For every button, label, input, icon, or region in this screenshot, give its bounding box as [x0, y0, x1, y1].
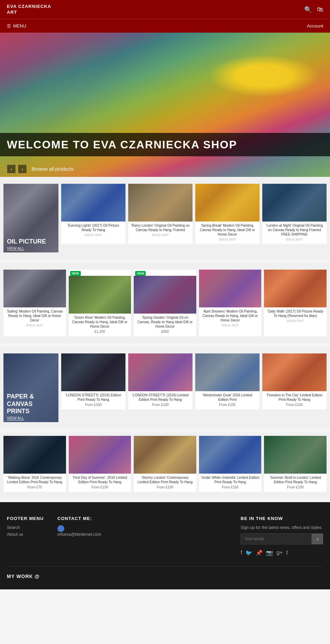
product-title: 'Westminster Dusk' 2016 Limited Edition …: [195, 391, 260, 403]
product-title: 'Spring Break' Modern Oil Painting, Canv…: [195, 222, 260, 238]
header-icons: 🔍 🛍: [304, 6, 323, 13]
product-title: 'Summer Stroll in London' Limited Editio…: [264, 474, 327, 485]
product-price: From £100: [264, 485, 327, 489]
footer-contact-title: CONTACT ME:: [57, 516, 101, 521]
product-image: [134, 436, 196, 474]
product-status: SOLD OUT: [264, 319, 327, 323]
oil-section-title: OIL PICTURE: [7, 238, 55, 246]
product-image: [134, 276, 196, 314]
product-price: From £100: [134, 485, 196, 489]
product-status: SOLD OUT: [128, 233, 192, 237]
footer-email-input[interactable]: [241, 533, 312, 544]
email-icon: [57, 525, 64, 532]
footer-newsletter-title: BE IN THE KNOW: [241, 516, 323, 521]
product-image: [264, 436, 327, 474]
product-price: From £100: [199, 485, 262, 489]
product-card[interactable]: 'Evening Lights' (2017) Oil Picture Read…: [61, 184, 125, 244]
product-card[interactable]: 'Rainy London' Original Oil Painting on …: [128, 184, 192, 244]
cart-icon[interactable]: 🛍: [317, 6, 323, 13]
site-logo[interactable]: EVA CZARNIECKA ART: [7, 4, 51, 15]
hero-next-button[interactable]: ›: [18, 165, 27, 173]
hero-prev-button[interactable]: ‹: [7, 165, 16, 173]
product-image: [3, 436, 66, 474]
product-status: SOLD OUT: [262, 238, 327, 241]
product-card[interactable]: 'London at Night' Original Oil Painting …: [262, 184, 327, 244]
menu-button[interactable]: ☰ MENU: [7, 23, 26, 29]
product-title: 'Daily Walk' (2017) Oil Picture Ready To…: [264, 307, 327, 319]
product-price: From £100: [61, 403, 125, 407]
footer-email-submit[interactable]: ›: [312, 533, 323, 544]
product-card[interactable]: 'Daily Walk' (2017) Oil Picture Ready To…: [264, 270, 327, 336]
oil-section-label: OIL PICTURE VIEW ALL: [3, 184, 58, 252]
footer-newsletter-col: BE IN THE KNOW Sign up for the latest ne…: [241, 516, 323, 556]
hero-overlay: WELCOME TO EVA CZARNIECKA SHOP: [0, 133, 330, 156]
browse-all-link[interactable]: Browse all products: [29, 165, 76, 173]
product-price: From £100: [262, 403, 327, 407]
product-title: 'LONDON STREET'S' (2016) Edition Print R…: [61, 391, 125, 403]
product-image: [264, 270, 327, 307]
footer-newsletter-subtitle: Sign up for the latest news, offers and …: [241, 525, 323, 530]
product-status: SOLD OUT: [3, 324, 66, 327]
product-image: [262, 184, 327, 222]
product-image: [69, 436, 131, 474]
product-title: 'First Day of Summer', 2016 Limited Edit…: [69, 474, 131, 485]
product-image: [199, 436, 262, 474]
social-icon[interactable]: 📷: [266, 550, 273, 556]
product-card[interactable]: 'Sailing' Modern Oil Painting, Canvas Re…: [3, 270, 66, 336]
product-card[interactable]: NEW'Green River' Modern Oil Painting, Ca…: [69, 270, 131, 336]
navbar: ☰ MENU Account: [0, 19, 330, 33]
social-icon[interactable]: 🐦: [245, 550, 252, 556]
hamburger-icon: ☰: [7, 23, 11, 29]
bottom-products-section: 'Walking Alone' 2016 Contemporary Limite…: [0, 432, 330, 499]
social-icon[interactable]: f: [241, 550, 242, 556]
product-image: [69, 276, 131, 314]
account-link[interactable]: Account: [307, 23, 323, 29]
product-price: From £100: [69, 485, 131, 489]
social-icon[interactable]: 📌: [256, 550, 263, 556]
product-title: 'Freedom in The City' Limited Edition Pr…: [262, 391, 327, 403]
social-icon[interactable]: t: [286, 550, 288, 556]
paper-products: 'LONDON STREET'S' (2016) Edition Print R…: [61, 353, 327, 409]
product-title: 'Stormy London' Contemporary Limited Edi…: [134, 474, 196, 485]
product-card[interactable]: 'Spring Break' Modern Oil Painting, Canv…: [195, 184, 260, 244]
product-title: 'Green River' Modern Oil Painting, Canva…: [69, 314, 131, 330]
product-image: [195, 184, 260, 222]
footer-email-link[interactable]: infoeva@btinternet.com: [57, 532, 101, 537]
oil-section-row2-container: 'Sailing' Modern Oil Painting, Canvas Re…: [0, 263, 330, 343]
product-image: [128, 184, 192, 222]
social-icon[interactable]: g+: [276, 550, 283, 556]
product-card[interactable]: 'Westminster Dusk' 2016 Limited Edition …: [195, 353, 260, 409]
product-image: [128, 353, 192, 391]
oil-section: OIL PICTURE VIEW ALL 'Evening Lights' (2…: [0, 177, 330, 259]
hero-title: WELCOME TO EVA CZARNIECKA SHOP: [7, 138, 323, 151]
product-card[interactable]: 'Freedom in The City' Limited Edition Pr…: [262, 353, 327, 409]
footer-divider: [7, 566, 323, 567]
product-title: 'Sailing' Modern Oil Painting, Canvas Re…: [3, 307, 66, 324]
product-card[interactable]: 'LONDON STREET'S' (2016) Limited Edition…: [128, 353, 192, 409]
product-title: 'Rainy London' Original Oil Painting on …: [128, 222, 192, 233]
oil-products-row2: 'Sailing' Modern Oil Painting, Canvas Re…: [3, 270, 327, 336]
product-title: 'Walking Alone' 2016 Contemporary Limite…: [3, 474, 66, 485]
product-card[interactable]: 'April Showers' Modern Oil Painting, Can…: [199, 270, 262, 336]
product-title: 'Evening Lights' (2017) Oil Picture Read…: [61, 222, 125, 233]
hero-controls: ‹ › Browse all products: [7, 165, 76, 173]
footer-social-icons: f🐦📌📷g+t: [241, 550, 323, 556]
footer-menu-item[interactable]: Search: [7, 525, 44, 530]
paper-section: PAPER & CANVAS PRINTS VIEW ALL 'LONDON S…: [0, 347, 330, 429]
product-card[interactable]: 'Summer Stroll in London' Limited Editio…: [264, 436, 327, 492]
footer-contact-email: infoeva@btinternet.com: [57, 525, 101, 537]
search-icon[interactable]: 🔍: [304, 6, 312, 13]
product-title: 'LONDON STREET'S' (2016) Limited Edition…: [128, 391, 192, 403]
oil-section-row1: OIL PICTURE VIEW ALL 'Evening Lights' (2…: [3, 184, 327, 252]
product-card[interactable]: 'LONDON STREET'S' (2016) Edition Print R…: [61, 353, 125, 409]
paper-view-all-link[interactable]: VIEW ALL: [7, 416, 24, 420]
product-card[interactable]: 'Under White Umbrella' Limited Edition P…: [199, 436, 262, 492]
product-card[interactable]: 'Walking Alone' 2016 Contemporary Limite…: [3, 436, 66, 492]
product-card[interactable]: NEW'Spring Garden' Original Oil on Canva…: [134, 270, 196, 336]
product-card[interactable]: 'Stormy London' Contemporary Limited Edi…: [134, 436, 196, 492]
product-image: [262, 353, 327, 391]
footer-menu-item[interactable]: About us: [7, 532, 44, 537]
product-card[interactable]: 'First Day of Summer', 2016 Limited Edit…: [69, 436, 131, 492]
oil-view-all-link[interactable]: VIEW ALL: [7, 246, 24, 251]
product-price: £600: [134, 330, 196, 334]
